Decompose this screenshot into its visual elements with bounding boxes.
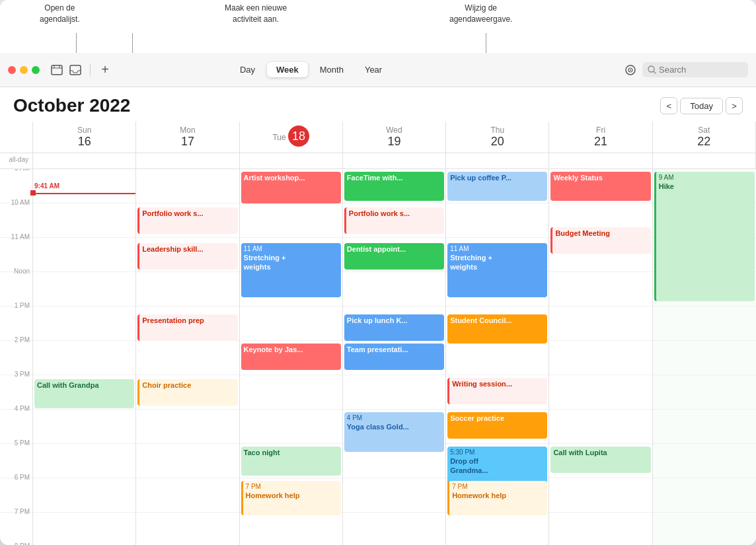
all-day-fri: [549, 153, 652, 168]
event-presentation-prep[interactable]: Presentation prep: [137, 314, 237, 341]
calendar-list-icon[interactable]: [50, 63, 63, 77]
svg-point-7: [630, 69, 631, 71]
event-call-lupita[interactable]: Call with Lupita: [550, 447, 650, 473]
tooltip-line-3: [486, 33, 486, 53]
time-grid-inner: 9 AM 10 AM 11 AM Noon 1 PM 2 PM 3 PM 4 P…: [0, 169, 756, 545]
tooltip-area: Open de agendalijst. Maak een nieuwe act…: [0, 0, 756, 53]
all-day-label: all-day: [0, 153, 33, 168]
svg-rect-0: [52, 65, 62, 75]
day-header-tue: Tue 18: [240, 122, 343, 153]
day-col-mon: Portfolio work s... Leadership skill... …: [136, 169, 239, 545]
svg-point-8: [648, 66, 654, 72]
day-header-wed: Wed 19: [343, 122, 446, 153]
tooltip-1: Open de agendalijst.: [40, 3, 80, 25]
event-leadership[interactable]: Leadership skill...: [137, 243, 237, 270]
event-writing-session[interactable]: Writing session...: [447, 378, 547, 404]
all-day-mon: [136, 153, 239, 168]
day-col-wed: FaceTime with... Portfolio work s... Den…: [343, 169, 446, 545]
all-day-thu: [446, 153, 549, 168]
event-facetime[interactable]: FaceTime with...: [344, 172, 444, 201]
day-col-fri: Weekly Status Budget Meeting Call with L…: [549, 169, 652, 545]
event-taco-night[interactable]: Taco night: [241, 447, 341, 476]
month-header: October 2022 < Today >: [0, 87, 756, 122]
next-button[interactable]: >: [726, 97, 743, 114]
tooltip-line-2: [132, 33, 133, 53]
tooltip-2: Maak een nieuwe activiteit aan.: [225, 3, 287, 25]
event-stretching-thu[interactable]: 11 AM Stretching +weights: [447, 243, 547, 297]
event-yoga[interactable]: 4 PM Yoga class Gold...: [344, 412, 444, 452]
day-header-thu: Thu 20: [446, 122, 549, 153]
event-pickup-lunch[interactable]: Pick up lunch K...: [344, 314, 444, 341]
time-7pm: 7 PM: [0, 513, 33, 545]
day-col-sat: 9 AM Hike: [653, 169, 756, 545]
event-student-council[interactable]: Student Council...: [447, 314, 547, 344]
day-headers: Sun 16 Mon 17 Tue 18 Wed 19 Thu 20 Fri 2…: [0, 122, 756, 153]
month-title: October 2022: [13, 95, 130, 116]
current-time-label: 9:41 AM: [34, 182, 59, 190]
current-time-dot: [30, 190, 36, 196]
tab-year[interactable]: Year: [356, 62, 391, 77]
all-day-row: all-day: [0, 153, 756, 169]
event-homework-tue[interactable]: 7 PM Homework help: [241, 481, 341, 515]
tab-day[interactable]: Day: [231, 62, 264, 77]
event-homework-thu[interactable]: 7 PM Homework help: [447, 481, 547, 515]
event-weekly-status[interactable]: Weekly Status: [550, 172, 650, 201]
minimize-button[interactable]: [20, 66, 28, 74]
tooltip-3: Wijzig de agendaweergave.: [449, 3, 512, 25]
event-budget-meeting[interactable]: Budget Meeting: [550, 227, 650, 254]
search-icon: [648, 65, 656, 74]
toolbar-right: [624, 62, 748, 77]
prev-button[interactable]: <: [660, 97, 677, 114]
all-day-sun: [33, 153, 136, 168]
all-day-wed: [343, 153, 446, 168]
tab-week[interactable]: Week: [267, 62, 308, 77]
svg-line-9: [654, 71, 656, 74]
tab-month[interactable]: Month: [311, 62, 353, 77]
nav-controls: < Today >: [660, 97, 743, 114]
day-header-mon: Mon 17: [136, 122, 239, 153]
separator: [90, 63, 91, 77]
all-day-sat: [653, 153, 756, 168]
close-button[interactable]: [8, 66, 16, 74]
day-header-fri: Fri 21: [549, 122, 652, 153]
svg-rect-4: [70, 65, 81, 75]
inbox-icon[interactable]: [69, 63, 82, 77]
view-tabs: Day Week Month Year: [231, 62, 391, 77]
current-time-line: 9:41 AM: [33, 193, 135, 194]
time-col-header: [0, 122, 33, 153]
day-header-sat: Sat 22: [653, 122, 756, 153]
search-box[interactable]: [642, 62, 748, 77]
event-hike[interactable]: 9 AM Hike: [654, 172, 755, 301]
event-pickup-coffee[interactable]: Pick up coffee P...: [447, 172, 547, 201]
event-portfolio-mon[interactable]: Portfolio work s...: [137, 207, 237, 234]
day-col-sun: 9:41 AM Call with Grandpa: [33, 169, 136, 545]
today-button[interactable]: Today: [680, 98, 723, 114]
event-portfolio-wed[interactable]: Portfolio work s...: [344, 207, 444, 234]
maximize-button[interactable]: [32, 66, 40, 74]
titlebar: + Day Week Month Year: [0, 53, 756, 87]
traffic-lights: [8, 66, 40, 74]
time-labels-col: 9 AM 10 AM 11 AM Noon 1 PM 2 PM 3 PM 4 P…: [0, 169, 33, 545]
calendar-container: Sun 16 Mon 17 Tue 18 Wed 19 Thu 20 Fri 2…: [0, 122, 756, 545]
calendar-window: Open de agendalijst. Maak een nieuwe act…: [0, 0, 756, 545]
calendar-feed-icon[interactable]: [624, 63, 637, 77]
event-soccer[interactable]: Soccer practice: [447, 412, 547, 439]
search-input[interactable]: [659, 65, 738, 75]
event-artist-workshop[interactable]: Artist workshop...: [241, 172, 341, 203]
day-col-thu: Pick up coffee P... 11 AM Stretching +we…: [446, 169, 549, 545]
event-call-grandpa[interactable]: Call with Grandpa: [34, 379, 134, 408]
day-col-tue: Artist workshop... 11 AM Stretching +wei…: [240, 169, 343, 545]
time-grid: 9 AM 10 AM 11 AM Noon 1 PM 2 PM 3 PM 4 P…: [0, 169, 756, 545]
event-keynote[interactable]: Keynote by Jas...: [241, 344, 341, 370]
tooltip-line-1: [76, 33, 77, 53]
event-dentist[interactable]: Dentist appoint...: [344, 243, 444, 270]
day-header-sun: Sun 16: [33, 122, 136, 153]
event-team-presentation[interactable]: Team presentati...: [344, 344, 444, 370]
event-choir[interactable]: Choir practice: [137, 379, 237, 406]
event-stretching-tue[interactable]: 11 AM Stretching +weights: [241, 243, 341, 297]
all-day-tue: [240, 153, 343, 168]
add-event-button[interactable]: +: [98, 63, 112, 77]
